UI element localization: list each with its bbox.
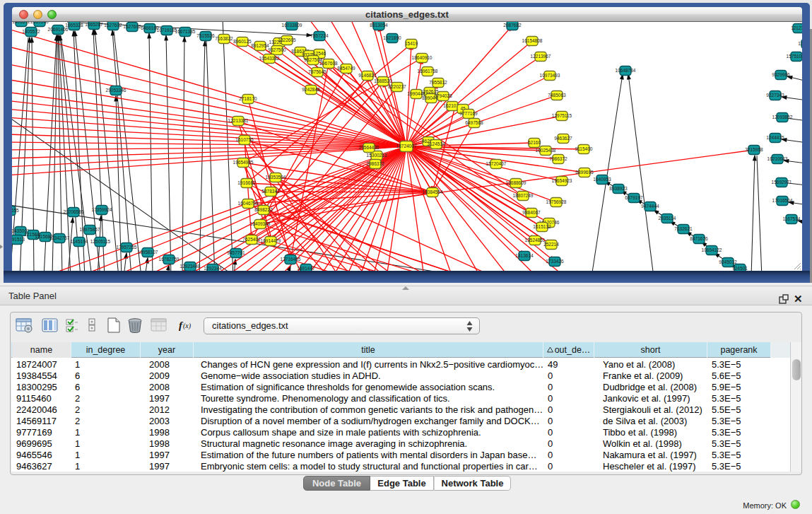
svg-text:8813054: 8813054	[370, 23, 388, 28]
svg-text:9329966: 9329966	[772, 72, 790, 77]
svg-text:10973493: 10973493	[540, 73, 560, 78]
svg-text:1292344: 1292344	[204, 266, 222, 271]
svg-text:12342757: 12342757	[49, 235, 70, 240]
svg-text:1733426: 1733426	[546, 259, 564, 264]
svg-text:15419: 15419	[405, 41, 418, 46]
svg-text:252214: 252214	[543, 242, 559, 247]
svg-text:8960125: 8960125	[233, 39, 252, 44]
svg-text:2626655: 2626655	[12, 208, 19, 213]
svg-text:10648784: 10648784	[616, 68, 636, 73]
svg-text:1325419: 1325419	[798, 41, 802, 46]
svg-text:16210643: 16210643	[767, 156, 788, 161]
svg-text:19654923: 19654923	[552, 178, 572, 183]
svg-text:6899695: 6899695	[575, 170, 594, 175]
svg-text:16961758: 16961758	[418, 69, 438, 74]
svg-text:1145194: 1145194	[71, 239, 88, 244]
svg-text:16782759: 16782759	[159, 257, 180, 262]
svg-text:12505115: 12505115	[90, 239, 111, 244]
svg-text:8220237: 8220237	[388, 84, 406, 89]
svg-text:10543382: 10543382	[259, 56, 280, 61]
svg-text:7485063: 7485063	[548, 93, 566, 98]
svg-text:9115400: 9115400	[575, 146, 593, 151]
svg-text:20564436: 20564436	[359, 145, 379, 150]
svg-text:15692971: 15692971	[772, 180, 792, 185]
svg-text:1405572: 1405572	[22, 29, 40, 34]
svg-text:1065328: 1065328	[65, 23, 83, 28]
svg-text:2069140: 2069140	[30, 22, 49, 24]
svg-text:1527602: 1527602	[123, 24, 141, 29]
svg-text:8938923: 8938923	[609, 186, 628, 191]
svg-text:2935114: 2935114	[659, 216, 676, 221]
svg-text:7986372: 7986372	[549, 156, 567, 161]
svg-text:7625402: 7625402	[242, 237, 261, 242]
svg-text:1588520: 1588520	[374, 78, 392, 83]
svg-text:6794028: 6794028	[434, 93, 452, 98]
svg-text:16409348: 16409348	[250, 221, 271, 226]
svg-text:17957255: 17957255	[117, 245, 137, 250]
svg-text:2087682: 2087682	[503, 23, 522, 28]
svg-text:8471676: 8471676	[690, 236, 708, 241]
svg-text:2967608: 2967608	[319, 61, 338, 66]
svg-text:16046798: 16046798	[238, 201, 259, 206]
svg-text:9884067: 9884067	[522, 210, 541, 215]
svg-text:3215958: 3215958	[745, 147, 763, 152]
svg-text:12093852: 12093852	[772, 115, 793, 119]
svg-text:9227343: 9227343	[766, 93, 784, 98]
svg-text:121218: 121218	[791, 25, 802, 30]
svg-text:2986372: 2986372	[366, 161, 384, 166]
svg-text:18724007: 18724007	[396, 144, 417, 148]
svg-text:12213967: 12213967	[531, 54, 551, 59]
svg-text:19353594: 19353594	[266, 175, 286, 180]
svg-text:(x): (x)	[183, 322, 192, 330]
svg-text:17359924: 17359924	[92, 207, 112, 212]
svg-text:1405572: 1405572	[12, 22, 30, 24]
svg-text:7163822: 7163822	[215, 36, 233, 41]
svg-text:1916682: 1916682	[237, 180, 256, 185]
svg-text:9146821: 9146821	[358, 73, 377, 78]
svg-text:1244415: 1244415	[766, 135, 784, 140]
svg-text:16671385: 16671385	[175, 29, 196, 34]
svg-text:19975857: 19975857	[80, 227, 100, 232]
svg-text:13524851: 13524851	[525, 238, 546, 243]
svg-text:10025438: 10025438	[536, 148, 556, 153]
svg-text:15300213: 15300213	[367, 153, 387, 158]
svg-text:9474444: 9474444	[641, 204, 659, 209]
svg-text:20206586: 20206586	[64, 209, 84, 214]
svg-text:19654985: 19654985	[233, 160, 254, 165]
svg-text:20691406: 20691406	[48, 27, 69, 32]
svg-text:6497568: 6497568	[465, 120, 483, 125]
svg-text:5878342: 5878342	[261, 189, 280, 194]
svg-text:9457791: 9457791	[227, 250, 245, 255]
svg-text:1640953: 1640953	[593, 177, 611, 182]
svg-text:1322605: 1322605	[278, 37, 296, 42]
svg-text:132541: 132541	[801, 74, 802, 78]
svg-text:1921890: 1921890	[383, 35, 401, 40]
svg-text:2718170: 2718170	[239, 96, 257, 101]
svg-text:9463627: 9463627	[554, 136, 572, 141]
svg-text:8498222: 8498222	[254, 207, 273, 212]
svg-text:16033809: 16033809	[282, 23, 302, 28]
svg-text:12975115: 12975115	[552, 113, 572, 118]
svg-text:924501: 924501	[732, 266, 748, 271]
svg-text:8912954: 8912954	[251, 43, 269, 48]
svg-text:7632621: 7632621	[674, 226, 693, 231]
svg-text:15751024: 15751024	[787, 54, 802, 59]
svg-text:7955812: 7955812	[429, 80, 447, 85]
svg-text:62160: 62160	[528, 140, 541, 145]
svg-text:9245012: 9245012	[719, 259, 737, 264]
svg-text:13716465: 13716465	[281, 257, 301, 262]
svg-text:1615132: 1615132	[533, 224, 551, 229]
svg-text:18640910: 18640910	[412, 55, 433, 60]
svg-text:9777169: 9777169	[459, 111, 478, 116]
svg-text:19756928: 19756928	[546, 199, 567, 204]
svg-text:391513: 391513	[12, 237, 25, 242]
svg-text:1413614: 1413614	[515, 253, 534, 258]
svg-text:1065287: 1065287	[85, 22, 103, 27]
svg-text:19384554: 19384554	[423, 189, 443, 194]
svg-text:8454749: 8454749	[337, 66, 355, 71]
svg-text:16914479: 16914479	[261, 238, 281, 243]
svg-text:18807249: 18807249	[513, 193, 534, 198]
svg-text:3124534: 3124534	[427, 141, 445, 146]
svg-text:1527602: 1527602	[104, 23, 122, 28]
svg-text:9242848: 9242848	[302, 87, 320, 92]
